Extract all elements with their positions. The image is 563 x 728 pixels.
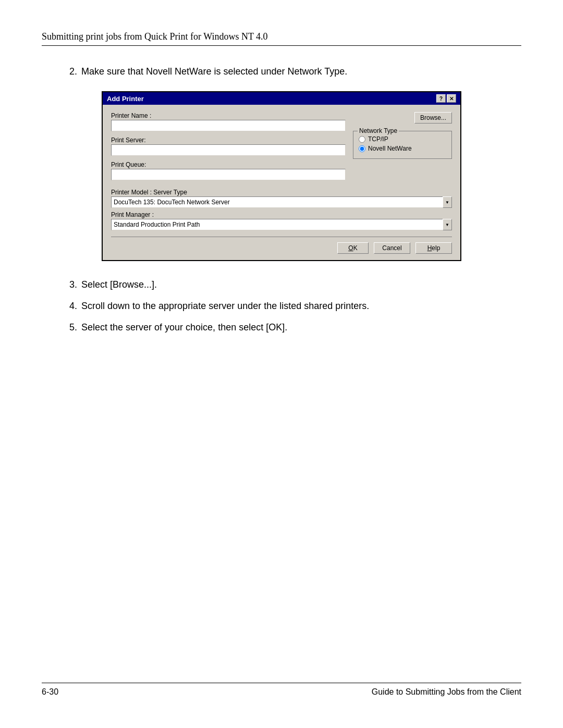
page-footer: 6-30 Guide to Submitting Jobs from the C… [42,683,521,697]
dialog-body: Printer Name : Print Server: Print Queue… [103,105,460,260]
dialog-titlebar: Add Printer ? ✕ [103,92,460,105]
print-manager-row: Print Manager : Standard Production Prin… [111,211,452,230]
dialog-wrapper: Add Printer ? ✕ Printer Name : [42,91,521,261]
step-3-item: 3. Select [Browse...]. [63,278,521,292]
network-type-groupbox: Network Type TCP/IP Novell NetWare [353,131,452,159]
dialog-button-row: OK Cancel Help [111,237,452,254]
dialog-title: Add Printer [107,95,144,103]
dialog-main-row: Printer Name : Print Server: Print Queue… [111,112,452,183]
header-title: Submitting print jobs from Quick Print f… [42,31,268,42]
dialog-close-button[interactable]: ✕ [447,94,456,103]
print-manager-select[interactable]: Standard Production Print Path [111,219,452,230]
cancel-button[interactable]: Cancel [374,242,410,254]
browse-button[interactable]: Browse... [414,112,452,124]
step-3-number: 3. [63,278,77,292]
network-type-legend: Network Type [358,127,399,134]
print-queue-label: Print Queue: [111,161,346,168]
dialog-window-controls: ? ✕ [436,94,456,103]
ok-button[interactable]: OK [337,242,369,254]
step-3-text: Select [Browse...]. [81,278,157,292]
steps-list: 3. Select [Browse...]. 4. Scroll down to… [63,278,521,335]
add-printer-dialog: Add Printer ? ✕ Printer Name : [102,91,461,261]
step-4-item: 4. Scroll down to the appropriate server… [63,299,521,313]
printer-name-group: Printer Name : [111,112,346,131]
dialog-right-panel: Browse... Network Type TCP/IP [353,112,452,183]
novell-label: Novell NetWare [368,145,412,152]
browse-row: Browse... [353,112,452,124]
step-5-text: Select the server of your choice, then s… [81,320,287,335]
footer-page-number: 6-30 [42,687,58,697]
radio-novell: Novell NetWare [359,145,446,152]
dialog-help-button[interactable]: ? [436,94,446,103]
printer-model-label: Printer Model : Server Type [111,189,452,196]
printer-model-container: DocuTech 135: DocuTech Network Server ▼ [111,196,452,208]
novell-radio[interactable] [359,145,365,152]
step-4-number: 4. [63,299,77,313]
printer-model-select[interactable]: DocuTech 135: DocuTech Network Server [111,196,452,208]
print-queue-group: Print Queue: [111,161,346,180]
step-2-block: 2. Make sure that Novell NetWare is sele… [63,65,521,79]
step-5-item: 5. Select the server of your choice, the… [63,320,521,335]
print-server-group: Print Server: [111,137,346,156]
printer-name-input[interactable] [111,120,346,131]
print-manager-container: Standard Production Print Path ▼ [111,219,452,230]
step-2-number: 2. [63,65,77,79]
dialog-left-fields: Printer Name : Print Server: Print Queue… [111,112,346,183]
printer-name-label: Printer Name : [111,112,346,119]
tcpip-radio[interactable] [359,136,365,143]
print-manager-label: Print Manager : [111,211,452,218]
step-2-text: Make sure that Novell NetWare is selecte… [81,65,347,79]
printer-model-row: Printer Model : Server Type DocuTech 135… [111,189,452,208]
tcpip-label: TCP/IP [368,135,388,143]
footer-guide-title: Guide to Submitting Jobs from the Client [372,687,521,697]
step-4-text: Scroll down to the appropriate server un… [81,299,369,313]
page-header: Submitting print jobs from Quick Print f… [42,31,521,46]
content-area: 2. Make sure that Novell NetWare is sele… [42,65,521,683]
help-button[interactable]: Help [415,242,452,254]
radio-tcpip: TCP/IP [359,135,446,143]
step-2-item: 2. Make sure that Novell NetWare is sele… [63,65,521,79]
print-server-input[interactable] [111,144,346,156]
print-queue-input[interactable] [111,169,346,180]
print-server-label: Print Server: [111,137,346,144]
step-5-number: 5. [63,320,77,335]
